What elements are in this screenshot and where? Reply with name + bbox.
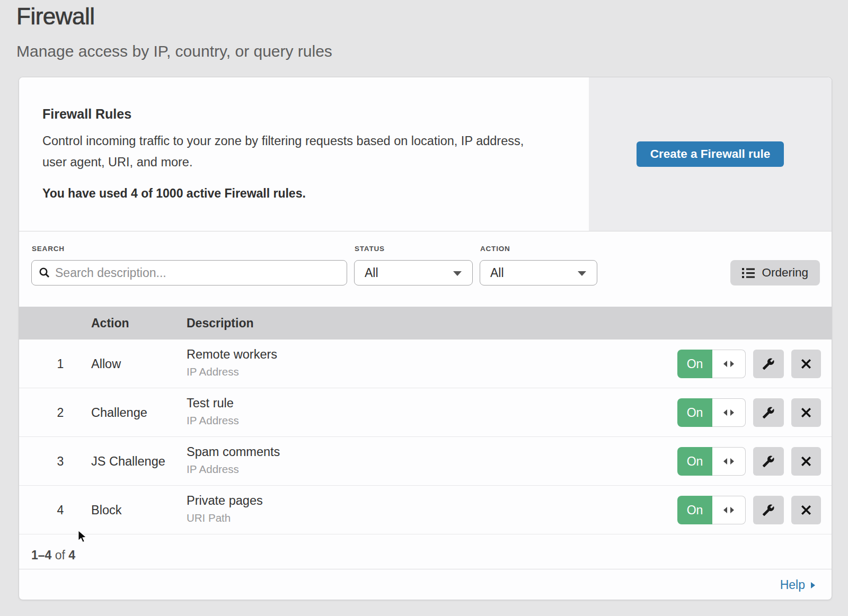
- rule-description-text: Spam comments: [187, 445, 280, 459]
- chevron-down-icon: [578, 271, 586, 276]
- ordered-list-icon: [742, 267, 755, 279]
- table-footer: 1–4 of 4: [19, 534, 832, 569]
- rule-priority: 2: [50, 388, 71, 437]
- help-link-label: Help: [780, 569, 805, 601]
- table-row: 4 Block Private pages URI Path On: [19, 486, 832, 534]
- column-header-description: Description: [187, 307, 254, 340]
- status-select[interactable]: All: [354, 260, 473, 285]
- rule-description-text: Test rule: [187, 396, 239, 410]
- create-firewall-rule-button[interactable]: Create a Firewall rule: [637, 141, 784, 167]
- wrench-icon: [762, 406, 775, 419]
- action-select-value: All: [490, 266, 504, 280]
- close-icon: [801, 456, 811, 467]
- table-row: 3 JS Challenge Spam comments IP Address …: [19, 437, 832, 486]
- rule-match-type: URI Path: [187, 512, 263, 524]
- status-label: STATUS: [355, 245, 385, 253]
- edit-rule-button[interactable]: [753, 350, 784, 378]
- toggle-on-segment[interactable]: On: [677, 496, 712, 524]
- wrench-icon: [762, 455, 775, 468]
- section-description: Control incoming traffic to your zone by…: [42, 130, 549, 173]
- page-subtitle: Manage access by IP, country, or query r…: [16, 42, 332, 60]
- table-header: Action Description: [19, 307, 832, 340]
- rule-action: Block: [91, 486, 121, 534]
- section-heading: Firewall Rules: [42, 106, 131, 122]
- action-select[interactable]: All: [480, 260, 597, 285]
- arrow-right-icon: [810, 582, 816, 589]
- help-link[interactable]: Help: [780, 569, 816, 601]
- rule-description: Test rule IP Address: [187, 396, 239, 427]
- rule-action: JS Challenge: [91, 437, 165, 486]
- rule-match-type: IP Address: [187, 463, 280, 476]
- page-title: Firewall: [16, 3, 95, 30]
- rule-enabled-toggle[interactable]: On: [677, 350, 746, 378]
- rule-action: Challenge: [91, 388, 147, 437]
- rule-match-type: IP Address: [187, 414, 239, 427]
- usage-summary: You have used 4 of 1000 active Firewall …: [42, 186, 306, 201]
- search-box: [31, 260, 347, 285]
- toggle-arrows-icon[interactable]: [712, 496, 746, 524]
- search-label: SEARCH: [32, 245, 65, 253]
- table-row: 1 Allow Remote workers IP Address On: [19, 340, 832, 388]
- rule-priority: 4: [50, 486, 71, 534]
- edit-rule-button[interactable]: [753, 496, 784, 524]
- toggle-arrows-icon[interactable]: [712, 350, 746, 378]
- ordering-button[interactable]: Ordering: [730, 260, 820, 285]
- rule-priority: 1: [50, 340, 71, 388]
- intro-action-panel: Create a Firewall rule: [589, 77, 832, 231]
- rule-action: Allow: [91, 340, 121, 388]
- edit-rule-button[interactable]: [753, 447, 784, 476]
- search-icon: [39, 267, 50, 281]
- column-header-action: Action: [91, 307, 129, 340]
- rule-priority: 3: [50, 437, 71, 486]
- firewall-rules-card: Firewall Rules Control incoming traffic …: [19, 77, 832, 600]
- pagination-of: of: [55, 548, 65, 562]
- chevron-down-icon: [453, 271, 462, 276]
- wrench-icon: [762, 358, 775, 370]
- pagination-total: 4: [68, 548, 75, 562]
- rule-description: Remote workers IP Address: [187, 347, 277, 378]
- action-label: ACTION: [480, 245, 510, 253]
- rule-description: Private pages URI Path: [187, 494, 263, 524]
- mouse-cursor: [77, 530, 89, 544]
- search-input[interactable]: [55, 261, 341, 285]
- intro-section: Firewall Rules Control incoming traffic …: [19, 77, 832, 231]
- filters-bar: SEARCH STATUS ACTION All All Ordering: [19, 231, 832, 307]
- delete-rule-button[interactable]: [791, 447, 821, 476]
- intro-text-panel: Firewall Rules Control incoming traffic …: [19, 77, 589, 231]
- rule-enabled-toggle[interactable]: On: [677, 496, 746, 524]
- rule-description-text: Remote workers: [187, 347, 277, 362]
- pagination-range: 1–4: [31, 548, 51, 562]
- help-bar: Help: [19, 569, 832, 600]
- close-icon: [801, 359, 811, 369]
- status-select-value: All: [365, 266, 378, 280]
- close-icon: [801, 407, 811, 418]
- rule-description-text: Private pages: [187, 494, 263, 508]
- edit-rule-button[interactable]: [753, 398, 784, 427]
- close-icon: [801, 505, 811, 515]
- toggle-on-segment[interactable]: On: [677, 447, 712, 476]
- toggle-arrows-icon[interactable]: [712, 398, 746, 427]
- toggle-arrows-icon[interactable]: [712, 447, 746, 476]
- rule-description: Spam comments IP Address: [187, 445, 280, 476]
- rule-enabled-toggle[interactable]: On: [677, 398, 746, 427]
- delete-rule-button[interactable]: [791, 350, 821, 378]
- rule-enabled-toggle[interactable]: On: [677, 447, 746, 476]
- table-row: 2 Challenge Test rule IP Address On: [19, 388, 832, 437]
- ordering-button-label: Ordering: [762, 266, 808, 280]
- toggle-on-segment[interactable]: On: [677, 350, 712, 378]
- rules-table-body: 1 Allow Remote workers IP Address On 2 C…: [19, 340, 832, 534]
- delete-rule-button[interactable]: [791, 496, 821, 524]
- delete-rule-button[interactable]: [791, 398, 821, 427]
- rule-match-type: IP Address: [187, 365, 277, 378]
- toggle-on-segment[interactable]: On: [677, 398, 712, 427]
- wrench-icon: [762, 504, 775, 516]
